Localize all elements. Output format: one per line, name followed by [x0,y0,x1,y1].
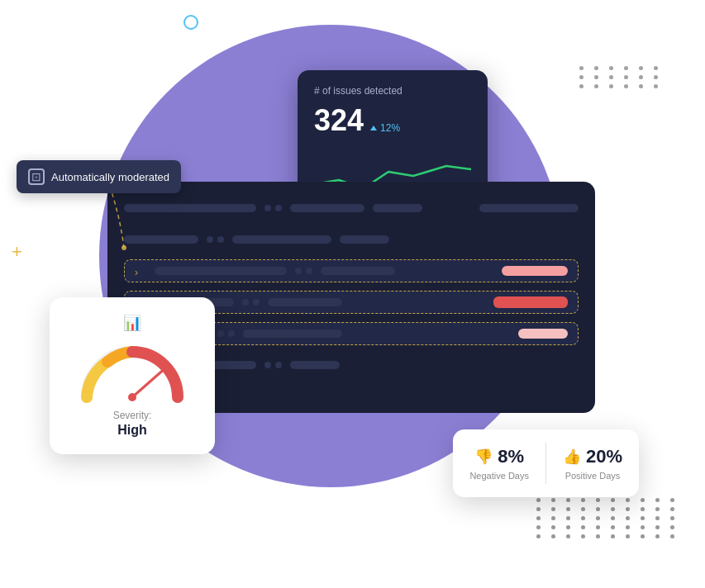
positive-label: Positive Days [565,471,621,481]
auto-mod-badge: Automatically moderated [17,160,181,193]
stat-divider [545,443,546,484]
pill-3b [321,267,395,275]
pill-1b [290,204,364,212]
severity-label: Severity: [113,410,152,421]
issues-number-row: 324 12% [314,103,471,138]
gauge-bar-icon: 📊 [123,314,141,332]
negative-value: 8% [498,446,524,467]
row-arrow-icon: › [135,267,143,275]
status-pill-pink [502,266,568,276]
scene: # of issues detected 324 12% [0,0,705,588]
gauge-label: Severity: High [113,410,152,438]
gauge-svg [74,335,190,410]
top-circle [183,15,198,30]
negative-label: Negative Days [469,471,529,481]
positive-value: 20% [586,446,622,467]
pill-1c [373,204,422,212]
pill-2a [124,235,198,244]
pill-1d [479,204,579,212]
plus-sign: + [12,241,22,263]
severity-value: High [113,423,152,438]
pill-4b [268,298,342,306]
gauge-container [74,335,190,401]
issues-count: 324 [314,103,364,138]
negative-stat: 👎 8% Negative Days [469,446,529,481]
pill-2b [232,235,331,244]
pill-3a [155,267,287,275]
trend-up-icon [370,126,377,130]
pill-1a [124,204,256,212]
dash-row-2 [124,228,579,251]
dash-row-3-highlighted: › [124,259,579,282]
svg-line-1 [132,367,167,397]
thumbs-down-icon: 👎 [474,448,493,466]
dot-pattern-bottom-right [536,498,680,538]
status-pill-light-pink [518,329,568,339]
pill-5b [243,330,342,338]
positive-stat: 👍 20% Positive Days [563,446,622,481]
dot-pattern-top-right [579,66,664,88]
stats-card: 👎 8% Negative Days 👍 20% Positive Days [453,429,639,497]
dash-row-1 [124,197,579,220]
status-pill-red [493,296,568,308]
auto-mod-label: Automatically moderated [51,171,169,183]
scan-icon [28,168,45,185]
pill-2c [340,235,389,244]
svg-point-2 [128,393,136,401]
issues-title: # of issues detected [314,85,471,97]
pill-6b [290,361,340,369]
thumbs-up-icon: 👍 [563,448,581,466]
severity-card: 📊 Severity: High [50,297,215,454]
issues-percent: 12% [370,122,400,134]
